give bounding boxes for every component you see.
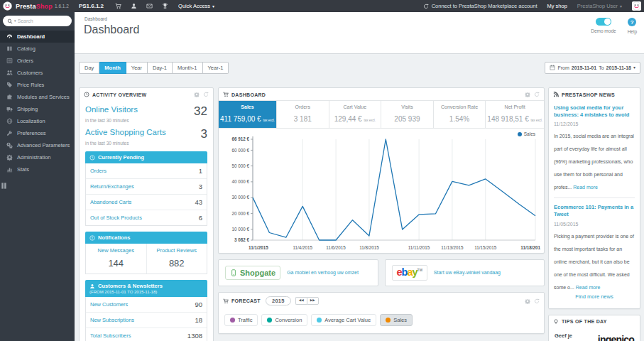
- gear-icon[interactable]: [525, 298, 530, 304]
- cart-icon: [223, 92, 229, 97]
- news-item-title[interactable]: Using social media for your business: 4 …: [554, 104, 635, 119]
- tab-month[interactable]: Month: [99, 62, 126, 74]
- cart-icon: [223, 298, 229, 304]
- list-icon: [6, 58, 13, 64]
- messages-notifications-icon[interactable]: [146, 3, 153, 9]
- trophy-icon[interactable]: [162, 3, 168, 9]
- refresh-icon[interactable]: [203, 92, 209, 97]
- metric-cart-value[interactable]: Cart Value129,44 € tax excl.: [329, 101, 382, 128]
- news-item-title[interactable]: Ecommerce 101: Payments in a Tweet: [554, 204, 635, 218]
- row-link-orders[interactable]: Orders: [90, 168, 107, 174]
- read-more-link[interactable]: Read more: [576, 285, 601, 290]
- row-link-new-subscriptions[interactable]: New Subscriptions: [90, 317, 134, 323]
- avatar[interactable]: [632, 1, 641, 11]
- quick-access-menu[interactable]: Quick Access ▾: [178, 3, 214, 9]
- puzzle-icon: [6, 94, 13, 100]
- sidebar-item-modules-and-services[interactable]: Modules and Services: [0, 91, 75, 103]
- activity-stat-value: 32: [194, 105, 207, 117]
- my-shop-link[interactable]: My shop: [547, 3, 567, 9]
- sidebar-item-label: Localization: [17, 118, 45, 124]
- metric-conversion-rate[interactable]: Conversion Rate1.54%: [434, 101, 486, 128]
- sidebar-item-advanced-parameters[interactable]: Advanced Parameters: [0, 139, 75, 151]
- svg-text:11/11/2015: 11/11/2015: [408, 245, 430, 250]
- customers-notifications-icon[interactable]: [131, 3, 137, 9]
- demo-mode-toggle[interactable]: [596, 18, 611, 26]
- forecast-legend-traffic[interactable]: Traffic: [224, 314, 258, 326]
- orders-notifications-icon[interactable]: [115, 3, 121, 9]
- metric-net-profit[interactable]: Net Profit148 918,51 € tax excl.: [486, 101, 544, 128]
- row-link-return-exchanges[interactable]: Return/Exchanges: [90, 183, 134, 190]
- tab-month-1[interactable]: Month-1: [173, 62, 203, 74]
- metric-orders[interactable]: Orders3 181: [277, 101, 329, 128]
- user-icon: [89, 283, 95, 289]
- forecast-prev-button[interactable]: ◀◀: [295, 297, 307, 305]
- refresh-icon[interactable]: [534, 92, 540, 97]
- forecast-legend-conversion[interactable]: Conversion: [261, 314, 307, 326]
- activity-overview-title: ACTIVITY OVERVIEW: [92, 92, 146, 97]
- gear-icon[interactable]: [525, 92, 530, 97]
- row-link-out-of-stock-products[interactable]: Out of Stock Products: [90, 215, 142, 221]
- row-link-total-subscribers[interactable]: Total Subscribers: [90, 332, 131, 339]
- row-link-new-customers[interactable]: New Customers: [90, 301, 128, 308]
- tab-day[interactable]: Day: [79, 62, 99, 74]
- activity-stat-link[interactable]: Online Visitors: [85, 105, 138, 114]
- sidebar-item-catalog[interactable]: Catalog: [0, 43, 75, 55]
- search-input[interactable]: [18, 18, 67, 23]
- refresh-icon[interactable]: [534, 298, 540, 304]
- col-link[interactable]: Product Reviews: [148, 247, 206, 254]
- tab-year[interactable]: Year: [126, 62, 148, 74]
- col-value: 882: [148, 258, 206, 269]
- metric-sales[interactable]: Sales411 759,00 € tax excl.: [219, 101, 277, 128]
- row-value: 90: [195, 301, 202, 308]
- sidebar-item-orders[interactable]: Orders: [0, 55, 75, 67]
- forecast-next-button[interactable]: ▶▶: [307, 297, 319, 305]
- tab-year-1[interactable]: Year-1: [203, 62, 229, 74]
- sidebar-item-localization[interactable]: Localization: [0, 115, 75, 127]
- svg-text:50 000 €: 50 000 €: [231, 163, 249, 168]
- sidebar-item-administration[interactable]: Administration: [0, 151, 75, 163]
- sidebar-item-stats[interactable]: Stats: [0, 163, 75, 175]
- chart-legend[interactable]: Sales: [518, 131, 535, 136]
- activity-stat-sub: in the last 30 minutes: [85, 141, 207, 146]
- forecast-legend-average-cart-value[interactable]: Average Cart Value: [311, 314, 376, 326]
- date-to-value: 2015-11-18: [606, 65, 631, 70]
- sidebar-item-preferences[interactable]: Preferences: [0, 127, 75, 139]
- find-more-news-link[interactable]: Find more news: [554, 293, 635, 300]
- sidebar-collapse-button[interactable]: [0, 182, 8, 190]
- row-value: 18: [195, 316, 202, 324]
- row-value: 43: [195, 198, 202, 206]
- user-menu[interactable]: PrestaShop User ▾: [577, 3, 622, 9]
- read-more-link[interactable]: Read more: [573, 185, 598, 190]
- gear-icon[interactable]: [194, 92, 200, 97]
- row-link-abandoned-carts[interactable]: Abandoned Carts: [90, 199, 131, 205]
- shopgate-link[interactable]: Ga mobiel en verhoog uw omzet: [287, 269, 359, 276]
- svg-text:11/15/2015: 11/15/2015: [474, 245, 497, 250]
- sidebar-item-shipping[interactable]: Shipping: [0, 103, 75, 115]
- demo-mode-label: Demo mode: [591, 28, 616, 33]
- ingenico-logo[interactable]: ingenico Payment services: [583, 333, 634, 341]
- forecast-year-pill[interactable]: 2015: [266, 296, 291, 305]
- shopgate-logo: Shopgate: [225, 266, 280, 280]
- sidebar-search[interactable]: ▾: [3, 16, 72, 26]
- tab-day-1[interactable]: Day-1: [148, 62, 173, 74]
- svg-text:66 912 €: 66 912 €: [231, 136, 249, 141]
- ebay-link[interactable]: Start uw eBay-winkel vandaag: [434, 269, 501, 276]
- ebay-letter: e: [397, 266, 402, 278]
- sidebar-item-price-rules[interactable]: Price Rules: [0, 79, 75, 91]
- legend-dot: [386, 318, 391, 323]
- section-title: Customers & Newsletters: [98, 283, 163, 289]
- topbar-notification-icons: [115, 3, 168, 9]
- sidebar-item-dashboard[interactable]: Dashboard: [0, 31, 75, 43]
- help-button[interactable]: ?: [628, 18, 636, 26]
- metric-visits[interactable]: Visits205 939: [381, 101, 434, 128]
- col-link[interactable]: New Messages: [87, 247, 145, 254]
- date-range-button[interactable]: From 2015-11-01 To 2015-11-18 ▾: [545, 62, 640, 74]
- sidebar-item-customers[interactable]: Customers: [0, 67, 75, 79]
- forecast-legend-sales[interactable]: Sales: [380, 314, 413, 326]
- activity-stat-link[interactable]: Active Shopping Carts: [85, 128, 166, 136]
- metric-label: Conversion Rate: [435, 104, 484, 109]
- news-item-date: 11/05/2015: [554, 222, 635, 227]
- marketplace-connect-link[interactable]: Connect to PrestaShop Marketplace accoun…: [423, 3, 537, 9]
- sidebar-item-label: Customers: [17, 70, 43, 76]
- chevron-down-icon[interactable]: ▾: [14, 19, 16, 23]
